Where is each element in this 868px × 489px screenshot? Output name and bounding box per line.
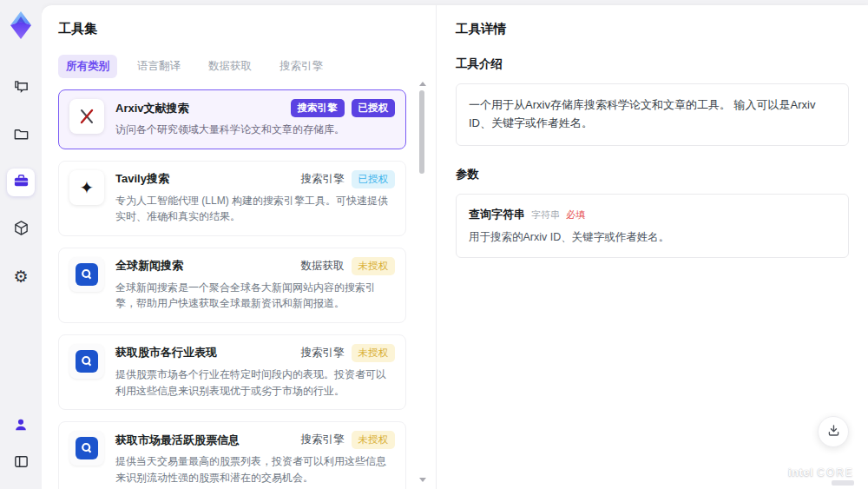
auth-status-badge: 已授权 [352,99,396,117]
intel-logo-subtext [832,480,854,486]
auth-status-badge: 已授权 [352,170,396,188]
news-search-icon [69,257,104,292]
nav-files-button[interactable] [7,122,35,149]
category-label: 搜索引擎 [301,172,345,187]
tab-data-fetch[interactable]: 数据获取 [201,55,260,78]
tool-card-stock-sectors[interactable]: 获取股市各行业表现 搜索引擎 未授权 提供股票市场各个行业在特定时间段内的表现。… [58,334,406,410]
tool-name: 获取股市各行业表现 [115,345,217,360]
scrollbar-thumb[interactable] [419,90,424,174]
tool-description: 访问各个研究领域大量科学论文和文章的存储库。 [115,122,395,138]
param-description: 用于搜索的Arxiv ID、关键字或作者姓名。 [469,230,836,245]
intel-core-logo: intel CORE [788,466,854,479]
category-badge: 搜索引擎 [291,99,345,117]
tavily-icon: ✦ [69,170,104,205]
tool-description: 提供当天交易量最高的股票列表，投资者可以利用这些信息来识别流动性强的股票和潜在的… [115,453,395,486]
tool-list-panel: 工具集 所有类别 语言翻译 数据获取 搜索引擎 Arxiv文献搜索 [42,5,437,489]
arxiv-icon [69,99,104,134]
tool-card-global-news[interactable]: 全球新闻搜索 数据获取 未授权 全球新闻搜索是一个聚合全球各大新闻网站内容的搜索… [58,248,406,323]
avatar [13,417,29,436]
intro-text: 一个用于从Arxiv存储库搜索科学论文和文章的工具。 输入可以是Arxiv ID… [469,98,815,129]
auth-status-badge: 未授权 [352,257,396,275]
nav-chat-button[interactable] [7,75,35,102]
category-label: 搜索引擎 [301,346,345,360]
nav-tools-button[interactable] [7,169,35,196]
stock-search-icon [69,431,104,466]
nav-settings-button[interactable]: ⚙ [7,262,35,290]
scroll-down-arrow[interactable] [419,478,426,482]
gear-icon: ⚙ [13,268,28,285]
param-box: 查询字符串 字符串 必填 用于搜索的Arxiv ID、关键字或作者姓名。 [456,194,849,258]
briefcase-icon [13,173,30,193]
param-required-badge: 必填 [566,208,585,221]
category-label: 数据获取 [301,259,345,274]
tool-name: Arxiv文献搜索 [115,101,189,116]
tool-card-tavily[interactable]: ✦ Tavily搜索 搜索引擎 已授权 专为人工智能代理 (LLM) 构建的搜索… [58,161,406,236]
param-type: 字符串 [531,208,560,221]
folder-icon [13,126,30,146]
tab-search-engine[interactable]: 搜索引擎 [272,55,331,78]
stock-search-icon [69,344,104,379]
tab-all-categories[interactable]: 所有类别 [58,55,117,78]
tool-card-arxiv[interactable]: Arxiv文献搜索 搜索引擎 已授权 访问各个研究领域大量科学论文和文章的存储库… [58,89,406,149]
intro-heading: 工具介绍 [456,56,849,72]
tool-description: 全球新闻搜索是一个聚合全球各大新闻网站内容的搜索引擎，帮助用户快速获取全球最新资… [115,280,395,312]
panel-toggle-icon [13,453,30,473]
page-title: 工具集 [58,21,415,37]
category-label: 搜索引擎 [301,433,345,447]
user-avatar-button[interactable] [7,413,35,440]
intro-box: 一个用于从Arxiv存储库搜索科学论文和文章的工具。 输入可以是Arxiv ID… [456,83,849,146]
tool-card-list: Arxiv文献搜索 搜索引擎 已授权 访问各个研究领域大量科学论文和文章的存储库… [58,89,415,489]
chat-icon [13,79,30,99]
tool-name: 获取市场最活跃股票信息 [115,433,240,448]
detail-title: 工具详情 [456,21,849,37]
cube-icon [13,220,30,240]
auth-status-badge: 未授权 [352,431,396,449]
scroll-up-arrow[interactable] [419,82,426,86]
nav-plugins-button[interactable] [7,215,35,243]
tool-name: Tavily搜索 [115,171,169,187]
app-logo [8,10,34,40]
tab-language-translation[interactable]: 语言翻译 [129,55,188,78]
tool-description: 提供股票市场各个行业在特定时间段内的表现。投资者可以利用这些信息来识别表现优于或… [115,367,395,399]
collapse-sidebar-button[interactable] [7,449,35,477]
main-surface: 工具集 所有类别 语言翻译 数据获取 搜索引擎 Arxiv文献搜索 [42,5,868,489]
param-name: 查询字符串 [469,207,525,222]
category-tabs: 所有类别 语言翻译 数据获取 搜索引擎 [58,55,415,78]
auth-status-badge: 未授权 [352,344,396,362]
download-button[interactable] [818,416,849,447]
tool-detail-panel: 工具详情 工具介绍 一个用于从Arxiv存储库搜索科学论文和文章的工具。 输入可… [437,5,868,489]
params-heading: 参数 [456,167,849,182]
tool-card-active-stocks[interactable]: 获取市场最活跃股票信息 搜索引擎 未授权 提供当天交易量最高的股票列表，投资者可… [58,421,406,489]
download-icon [826,423,841,441]
tool-description: 专为人工智能代理 (LLM) 构建的搜索引擎工具。可快速提供实时、准确和真实的结… [115,193,395,225]
left-rail: ⚙ [0,0,42,489]
tool-name: 全球新闻搜索 [115,258,183,274]
list-scrollbar[interactable] [418,82,425,482]
